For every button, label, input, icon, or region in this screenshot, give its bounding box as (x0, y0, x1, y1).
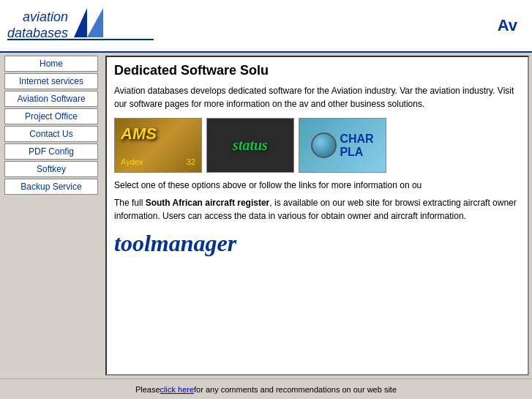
status-label: status (233, 137, 268, 154)
product-ams[interactable]: AMS Aydex 32 (114, 118, 202, 173)
sidebar-item-contact-us[interactable]: Contact Us (4, 126, 98, 142)
footer-text-before-link: Please (135, 385, 160, 394)
ams-sublabel: Aydex (121, 157, 143, 166)
register-bold: South African aircraft register (146, 198, 270, 208)
sidebar-item-aviation-software[interactable]: Aviation Software (4, 91, 98, 107)
content-inner[interactable]: Dedicated Software Solu Aviation databas… (107, 57, 528, 374)
footer-click-here-link[interactable]: click here (160, 385, 194, 394)
logo-line1: aviation (7, 10, 68, 26)
footer-text-after-link: for any comments and recommendations on … (194, 385, 397, 394)
sidebar: Home Internet services Aviation Software… (0, 53, 102, 379)
register-text: The full South African aircraft register… (114, 196, 520, 223)
product-images: AMS Aydex 32 status CHARPLA (114, 118, 520, 173)
sidebar-item-internet-services[interactable]: Internet services (4, 73, 98, 89)
content-title: Dedicated Software Solu (114, 63, 520, 78)
select-text: Select one of these options above or fol… (114, 180, 520, 190)
ams-number: 32 (187, 157, 195, 166)
sidebar-item-pdf-config[interactable]: PDF Config (4, 143, 98, 160)
footer: Please click here for any comments and r… (0, 379, 532, 399)
product-chart[interactable]: CHARPLA (299, 118, 386, 173)
sidebar-item-home[interactable]: Home (4, 56, 98, 72)
sidebar-item-backup-service[interactable]: Backup Service (4, 179, 98, 195)
main-layout: Home Internet services Aviation Software… (0, 53, 532, 379)
content-intro: Aviation databases develops dedicated so… (114, 84, 520, 111)
ams-label: AMS (121, 124, 157, 143)
toolmanager-logo: toolmanager (114, 230, 520, 257)
register-intro: The full (114, 198, 146, 208)
header-right-text: Av (498, 16, 525, 35)
chart-label: CHARPLA (340, 133, 373, 158)
header: aviation databases Av (0, 0, 532, 53)
content-frame: Dedicated Software Solu Aviation databas… (105, 56, 529, 376)
sidebar-item-softkey[interactable]: Softkey (4, 161, 98, 177)
sidebar-item-project-office[interactable]: Project Office (4, 108, 98, 124)
product-status[interactable]: status (206, 118, 294, 173)
logo-area: aviation databases (7, 8, 498, 43)
content-wrapper: Dedicated Software Solu Aviation databas… (102, 53, 532, 379)
chart-globe-icon (311, 133, 337, 158)
